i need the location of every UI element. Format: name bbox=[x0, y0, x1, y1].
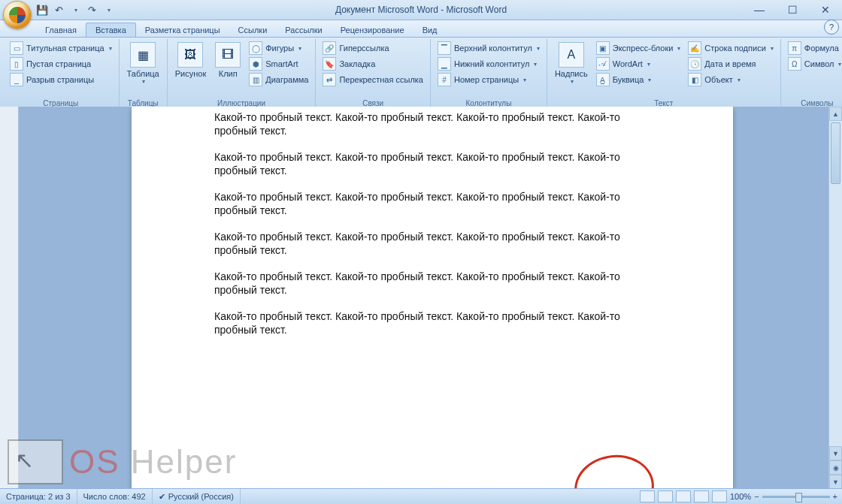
wordart-button[interactable]: 𝒜WordArt bbox=[594, 56, 683, 71]
status-page[interactable]: Страница: 2 из 3 bbox=[0, 489, 77, 504]
tab-references[interactable]: Ссылки bbox=[229, 23, 277, 37]
hyperlink-button[interactable]: 🔗Гиперссылка bbox=[320, 41, 426, 56]
document-text[interactable]: Какой-то пробный текст. Какой-то пробный… bbox=[132, 107, 733, 358]
hyperlink-icon: 🔗 bbox=[323, 41, 336, 55]
view-outline[interactable] bbox=[694, 490, 709, 502]
scroll-thumb[interactable] bbox=[831, 122, 840, 184]
minimize-button[interactable]: — bbox=[743, 0, 776, 20]
wordart-icon: 𝒜 bbox=[596, 57, 610, 71]
crossref-icon: ⇄ bbox=[323, 73, 336, 86]
picture-button[interactable]: 🖼Рисунок bbox=[172, 41, 210, 80]
view-fullscreen[interactable] bbox=[658, 490, 673, 502]
bookmark-button[interactable]: 🔖Закладка bbox=[320, 56, 426, 71]
express-icon: ▣ bbox=[596, 41, 610, 55]
undo-icon[interactable]: ↶ bbox=[53, 4, 65, 16]
scroll-track[interactable] bbox=[829, 119, 842, 448]
group-symbols: πФормула ΩСимвол Символы bbox=[781, 39, 842, 108]
sigline-icon: ✍ bbox=[688, 41, 701, 55]
zoom-thumb[interactable] bbox=[795, 493, 802, 502]
blank-page-button[interactable]: ▯Пустая страница bbox=[8, 56, 114, 71]
save-icon[interactable]: 💾 bbox=[36, 4, 48, 16]
group-tables: ▦Таблица Таблицы bbox=[120, 39, 168, 108]
vertical-ruler bbox=[0, 107, 19, 489]
maximize-button[interactable]: ☐ bbox=[776, 0, 809, 20]
textbox-button[interactable]: AНадпись bbox=[552, 41, 591, 86]
shapes-button[interactable]: ◯Фигуры bbox=[247, 41, 310, 56]
symbol-button[interactable]: ΩСимвол bbox=[786, 56, 842, 71]
dropcap-button[interactable]: A̲Буквица bbox=[594, 72, 683, 87]
paragraph: Какой-то пробный текст. Какой-то пробный… bbox=[214, 310, 635, 337]
status-bar: Страница: 2 из 3 Число слов: 492 ✔Русски… bbox=[0, 488, 842, 504]
cover-page-icon: ▭ bbox=[10, 41, 23, 55]
spellcheck-icon: ✔ bbox=[159, 492, 165, 502]
undo-dropdown[interactable] bbox=[69, 4, 81, 16]
pagenum-icon: # bbox=[438, 73, 451, 86]
sigline-button[interactable]: ✍Строка подписи bbox=[686, 41, 775, 56]
document-area[interactable]: Какой-то пробный текст. Какой-то пробный… bbox=[19, 107, 828, 489]
next-page-button[interactable]: ▼ bbox=[829, 475, 842, 489]
prev-page-button[interactable]: ◉ bbox=[829, 460, 842, 475]
footer-icon: ▁ bbox=[438, 57, 451, 71]
paragraph: Какой-то пробный текст. Какой-то пробный… bbox=[214, 191, 635, 217]
group-text: AНадпись ▣Экспресс-блоки 𝒜WordArt A̲Букв… bbox=[547, 39, 781, 108]
page-1[interactable]: Какой-то пробный текст. Какой-то пробный… bbox=[132, 107, 733, 489]
status-lang[interactable]: ✔Русский (Россия) bbox=[153, 489, 241, 504]
status-words[interactable]: Число слов: 492 bbox=[77, 489, 153, 504]
group-pages: ▭Титульная страница ▯Пустая страница ⎯Ра… bbox=[3, 39, 120, 108]
quick-access-toolbar: 💾 ↶ ↷ bbox=[36, 4, 114, 16]
pagenum-button[interactable]: #Номер страницы bbox=[435, 72, 542, 87]
express-button[interactable]: ▣Экспресс-блоки bbox=[594, 41, 683, 56]
crossref-button[interactable]: ⇄Перекрестная ссылка bbox=[320, 72, 426, 87]
office-button[interactable] bbox=[3, 1, 32, 29]
paragraph: Какой-то пробный текст. Какой-то пробный… bbox=[214, 111, 635, 137]
group-headers: ▔Верхний колонтитул ▁Нижний колонтитул #… bbox=[431, 39, 547, 108]
tab-pagelayout[interactable]: Разметка страницы bbox=[136, 23, 229, 37]
smartart-button[interactable]: ⬢SmartArt bbox=[247, 56, 310, 71]
bookmark-icon: 🔖 bbox=[323, 57, 336, 71]
object-button[interactable]: ◧Объект bbox=[686, 72, 775, 87]
shapes-icon: ◯ bbox=[249, 41, 262, 55]
tab-home[interactable]: Главная bbox=[36, 23, 86, 37]
redo-icon[interactable]: ↷ bbox=[86, 4, 98, 16]
page-break-icon: ⎯ bbox=[10, 73, 23, 86]
chart-button[interactable]: ▥Диаграмма bbox=[247, 72, 310, 87]
view-print-layout[interactable] bbox=[640, 490, 655, 502]
zoom-slider[interactable] bbox=[762, 496, 830, 498]
zoom-level[interactable]: 100% bbox=[730, 492, 751, 501]
scroll-down-button[interactable]: ▼ bbox=[829, 446, 842, 460]
paragraph: Какой-то пробный текст. Какой-то пробный… bbox=[214, 231, 635, 257]
view-draft[interactable] bbox=[712, 490, 727, 502]
dropcap-icon: A̲ bbox=[596, 73, 610, 86]
blank-page-icon: ▯ bbox=[10, 57, 23, 71]
cover-page-button[interactable]: ▭Титульная страница bbox=[8, 41, 114, 56]
title-bar: 💾 ↶ ↷ Документ Microsoft Word - Microsof… bbox=[0, 0, 842, 20]
table-icon: ▦ bbox=[130, 42, 156, 68]
vertical-scrollbar[interactable]: ▲ ▼ ◉ ▼ bbox=[828, 107, 842, 489]
tab-mailings[interactable]: Рассылки bbox=[276, 23, 331, 37]
ribbon-tabs: Главная Вставка Разметка страницы Ссылки… bbox=[0, 20, 842, 38]
datetime-icon: 🕓 bbox=[688, 57, 701, 71]
view-web[interactable] bbox=[676, 490, 691, 502]
textbox-icon: A bbox=[559, 42, 584, 68]
datetime-button[interactable]: 🕓Дата и время bbox=[686, 56, 775, 71]
tab-insert[interactable]: Вставка bbox=[86, 23, 136, 37]
header-button[interactable]: ▔Верхний колонтитул bbox=[435, 41, 542, 56]
zoom-in-button[interactable]: + bbox=[833, 492, 837, 501]
page-break-button[interactable]: ⎯Разрыв страницы bbox=[8, 72, 114, 87]
help-button[interactable]: ? bbox=[824, 20, 839, 35]
clip-button[interactable]: 🎞Клип bbox=[212, 41, 244, 80]
paragraph: Какой-то пробный текст. Какой-то пробный… bbox=[214, 270, 635, 297]
zoom-out-button[interactable]: − bbox=[754, 492, 759, 501]
tab-review[interactable]: Рецензирование bbox=[332, 23, 413, 37]
formula-icon: π bbox=[788, 41, 801, 55]
formula-button[interactable]: πФормула bbox=[786, 41, 842, 56]
clip-icon: 🎞 bbox=[215, 42, 241, 68]
tab-view[interactable]: Вид bbox=[413, 23, 447, 37]
footer-button[interactable]: ▁Нижний колонтитул bbox=[435, 56, 542, 71]
table-button[interactable]: ▦Таблица bbox=[124, 41, 162, 86]
close-button[interactable]: ✕ bbox=[809, 0, 842, 20]
group-illustrations: 🖼Рисунок 🎞Клип ◯Фигуры ⬢SmartArt ▥Диагра… bbox=[168, 39, 317, 108]
qat-customize[interactable] bbox=[102, 4, 114, 16]
window-title: Документ Microsoft Word - Microsoft Word bbox=[0, 5, 842, 15]
ribbon: ▭Титульная страница ▯Пустая страница ⎯Ра… bbox=[0, 38, 842, 109]
